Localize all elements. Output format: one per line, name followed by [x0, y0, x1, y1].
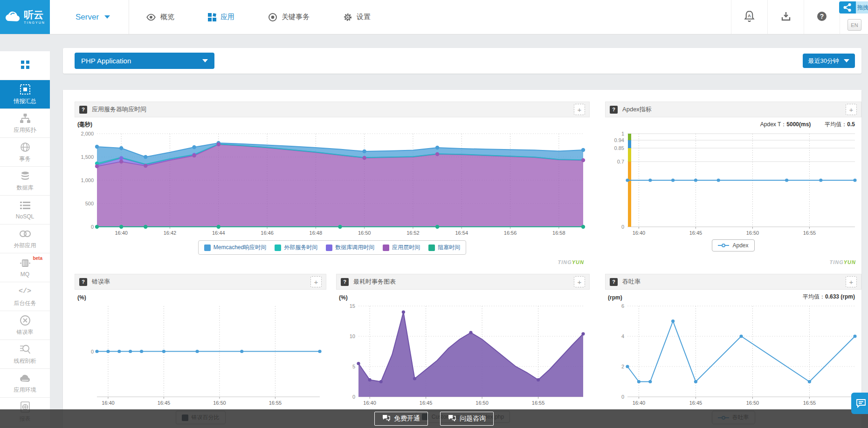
legend-button[interactable]: Apdex: [712, 239, 754, 251]
chevron-down-icon: [844, 59, 849, 62]
legend-label: Memcached响应时间: [214, 244, 266, 251]
sidebar-item-后台任务[interactable]: </>后台任务: [0, 282, 50, 311]
svg-text:16:50: 16:50: [358, 230, 371, 236]
legend-label: Apdex: [732, 242, 748, 249]
time-range-label: 最近30分钟: [808, 57, 839, 65]
nav-item-label: 概览: [160, 13, 174, 21]
throughput-chart[interactable]: 642016:4016:4516:5016:55: [605, 302, 861, 408]
sidebar-item-应用拓扑[interactable]: 应用拓扑: [0, 109, 50, 138]
share-chip[interactable]: 拖拽: [839, 1, 868, 14]
sidebar-menu-toggle[interactable]: [0, 51, 50, 80]
help-icon: ?: [816, 11, 827, 24]
panel-title: 吞吐率: [622, 278, 641, 286]
svg-text:0: 0: [91, 349, 94, 354]
cloud-logo-icon: [5, 11, 21, 24]
nav-utility-icons: A?: [731, 0, 840, 34]
bell-icon-button[interactable]: A: [731, 0, 767, 34]
help-icon-button[interactable]: ?: [804, 0, 840, 34]
footer-button-label: 免费开通: [394, 414, 420, 423]
svg-text:2,000: 2,000: [81, 131, 94, 136]
svg-text:0: 0: [621, 394, 624, 400]
legend-item[interactable]: 数据库调用时间: [326, 244, 374, 251]
link-icon: [20, 228, 31, 239]
list-icon: [20, 200, 30, 211]
svg-text:15: 15: [350, 303, 355, 309]
svg-text:16:55: 16:55: [269, 400, 282, 406]
footer-button-免费开通[interactable]: 免费开通: [374, 412, 428, 426]
svg-text:16:45: 16:45: [689, 400, 703, 406]
sidebar-item-MQ[interactable]: MQbeta: [0, 253, 50, 282]
help-icon[interactable]: ?: [79, 106, 87, 114]
svg-text:16:55: 16:55: [803, 230, 816, 236]
nav-item-label: 设置: [357, 13, 371, 21]
line-dot-icon: [718, 243, 729, 248]
eye-icon: [146, 14, 156, 21]
svg-text:16:50: 16:50: [475, 400, 489, 406]
expand-icon[interactable]: +: [846, 276, 857, 287]
server-dropdown[interactable]: Server: [50, 0, 129, 34]
error-rate-chart[interactable]: 016:4016:4516:5016:55: [75, 302, 326, 408]
svg-text:16:55: 16:55: [532, 400, 545, 406]
sidebar-item-事务[interactable]: 事务: [0, 138, 50, 167]
svg-text:0: 0: [621, 224, 624, 230]
share-icon[interactable]: [839, 1, 856, 14]
panel-title: Apdex指标: [622, 105, 652, 114]
application-selector[interactable]: PHP Application: [75, 53, 214, 69]
help-icon[interactable]: ?: [341, 278, 349, 286]
dashboard-content: ? 应用服务器响应时间 + (毫秒) 2,0001,5001,000500016…: [63, 90, 861, 428]
language-toggle-button[interactable]: EN: [847, 19, 861, 31]
nav-item-label: 关键事务: [282, 13, 310, 21]
expand-icon[interactable]: +: [310, 276, 322, 287]
top-transactions-chart[interactable]: 15105016:4016:4516:5016:55: [336, 302, 590, 408]
sidebar-item-label: 应用拓扑: [14, 126, 36, 134]
server-dropdown-label: Server: [76, 13, 99, 22]
chart-legend: Apdex: [605, 239, 861, 251]
feedback-widget-icon[interactable]: [851, 393, 868, 414]
expand-icon[interactable]: +: [846, 104, 857, 115]
tingyun-logo[interactable]: 听云 TINGYUN: [0, 0, 50, 34]
expand-icon[interactable]: +: [574, 104, 585, 115]
help-icon[interactable]: ?: [610, 278, 618, 286]
legend-swatch: [383, 245, 389, 251]
nav-item-概览[interactable]: 概览: [129, 0, 191, 34]
brand-subtitle: TINGYUN: [24, 21, 45, 24]
sidebar-item-错误率[interactable]: 错误率: [0, 311, 50, 340]
help-icon[interactable]: ?: [610, 106, 618, 114]
topology-icon: [20, 113, 31, 124]
globe-icon: [20, 142, 30, 153]
y-axis-unit: (rpm): [608, 294, 622, 301]
panel-top-transactions: ? 最耗时事务图表 + (%) 15105016:4016:4516:5016:…: [336, 274, 590, 428]
sidebar-item-应用环境[interactable]: 应用环境: [0, 369, 50, 398]
sidebar-item-外部应用[interactable]: 外部应用: [0, 224, 50, 253]
nav-item-应用[interactable]: 应用: [191, 0, 251, 34]
sidebar-item-线程剖析[interactable]: 线程剖析: [0, 340, 50, 369]
queue-icon: [20, 258, 31, 269]
response-time-chart[interactable]: 2,0001,5001,000500016:4016:4216:4416:461…: [75, 129, 590, 237]
sidebar-item-情报汇总[interactable]: 情报汇总: [0, 80, 50, 109]
download-icon-button[interactable]: [767, 0, 804, 34]
footer-button-问题咨询[interactable]: 问题咨询: [440, 412, 494, 426]
nav-item-设置[interactable]: 设置: [326, 0, 387, 34]
legend-item[interactable]: 外部服务时间: [275, 244, 317, 251]
expand-icon[interactable]: +: [574, 276, 585, 287]
svg-text:500: 500: [85, 201, 94, 206]
svg-text:16:40: 16:40: [102, 400, 115, 406]
svg-text:1,000: 1,000: [81, 177, 94, 183]
stat-item: 平均值：0.5: [825, 121, 855, 129]
stat-item: 平均值：0.633 (rpm): [803, 293, 855, 301]
apdex-chart[interactable]: 10.940.850.7016:4016:4516:5016:55: [605, 129, 861, 237]
sidebar-item-NoSQL[interactable]: NoSQL: [0, 196, 50, 224]
legend-item[interactable]: 应用层时间: [383, 244, 420, 251]
help-icon[interactable]: ?: [79, 278, 87, 286]
sidebar-item-数据库[interactable]: 数据库: [0, 167, 50, 196]
panel-stats: 平均值：0.633 (rpm): [803, 293, 855, 301]
svg-text:16:45: 16:45: [689, 230, 703, 236]
legend-item[interactable]: 阻塞时间: [428, 244, 460, 251]
panel-apdex: ? Apdex指标 + Apdex T：5000(ms)平均值：0.5 10.9…: [605, 102, 861, 267]
svg-text:16:42: 16:42: [164, 230, 177, 236]
time-range-selector[interactable]: 最近30分钟: [803, 54, 855, 68]
legend-item[interactable]: Memcached响应时间: [204, 244, 266, 251]
nav-item-关键事务[interactable]: 关键事务: [251, 0, 326, 34]
download-icon: [781, 11, 791, 23]
svg-text:1: 1: [621, 131, 624, 136]
